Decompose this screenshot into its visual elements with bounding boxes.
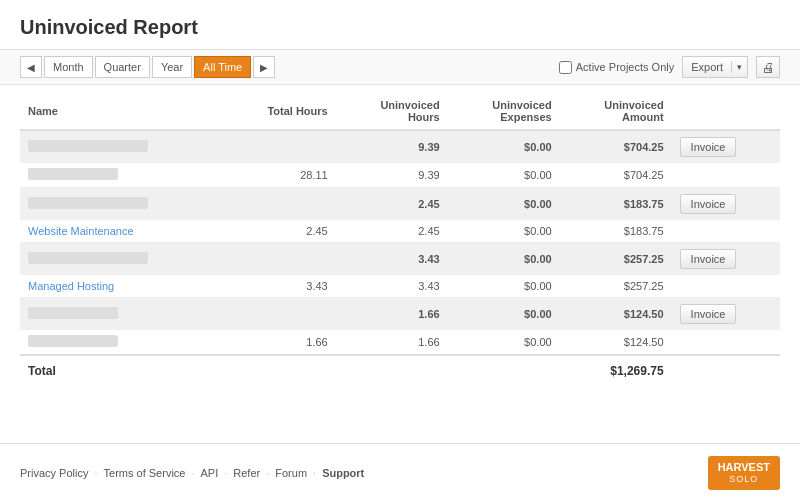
- report-table-section: Name Total Hours UninvoicedHours Uninvoi…: [0, 85, 800, 443]
- group-name: [20, 243, 222, 276]
- footer-refer-link[interactable]: Refer: [233, 467, 260, 479]
- uninvoiced-table: Name Total Hours UninvoicedHours Uninvoi…: [20, 93, 780, 386]
- detail-uninvoiced-amount: $124.50: [560, 330, 672, 355]
- detail-uninvoiced-hours: 3.43: [336, 275, 448, 298]
- table-row: 2.45 $0.00 $183.75 Invoice: [20, 188, 780, 221]
- page-title: Uninvoiced Report: [20, 16, 780, 39]
- table-header-row: Name Total Hours UninvoicedHours Uninvoi…: [20, 93, 780, 130]
- total-total-hours: [222, 355, 335, 386]
- total-row: Total $1,269.75: [20, 355, 780, 386]
- alltime-button[interactable]: All Time: [194, 56, 251, 78]
- detail-action: [672, 275, 780, 298]
- table-row: 1.66 1.66 $0.00 $124.50: [20, 330, 780, 355]
- table-row: 9.39 $0.00 $704.25 Invoice: [20, 130, 780, 163]
- footer-api-link[interactable]: API: [201, 467, 219, 479]
- group-uninvoiced-expenses: $0.00: [448, 188, 560, 221]
- col-uninvoiced-hours: UninvoicedHours: [336, 93, 448, 130]
- group-name: [20, 188, 222, 221]
- table-row: 3.43 $0.00 $257.25 Invoice: [20, 243, 780, 276]
- detail-uninvoiced-hours: 2.45: [336, 220, 448, 243]
- footer-forum-link[interactable]: Forum: [275, 467, 307, 479]
- toolbar-right: Active Projects Only Export ▾ 🖨: [559, 56, 780, 78]
- group-uninvoiced-hours: 3.43: [336, 243, 448, 276]
- col-name: Name: [20, 93, 222, 130]
- export-arrow: ▾: [732, 62, 747, 72]
- active-projects-checkbox[interactable]: [559, 61, 572, 74]
- detail-total-hours: 3.43: [222, 275, 335, 298]
- group-uninvoiced-hours: 2.45: [336, 188, 448, 221]
- detail-uninvoiced-hours: 9.39: [336, 163, 448, 188]
- detail-name-link[interactable]: Managed Hosting: [28, 280, 114, 292]
- detail-action: [672, 163, 780, 188]
- group-uninvoiced-expenses: $0.00: [448, 243, 560, 276]
- detail-action: [672, 220, 780, 243]
- detail-total-hours: 28.11: [222, 163, 335, 188]
- detail-name[interactable]: Managed Hosting: [20, 275, 222, 298]
- group-action: Invoice: [672, 298, 780, 331]
- table-row: Website Maintenance 2.45 2.45 $0.00 $183…: [20, 220, 780, 243]
- harvest-sub: SOLO: [718, 474, 770, 486]
- group-uninvoiced-amount: $183.75: [560, 188, 672, 221]
- group-total-hours: [222, 130, 335, 163]
- col-action: [672, 93, 780, 130]
- time-navigation: ◀ Month Quarter Year All Time ▶: [20, 56, 275, 78]
- invoice-button[interactable]: Invoice: [680, 304, 737, 324]
- col-uninvoiced-amount: UninvoicedAmount: [560, 93, 672, 130]
- detail-name-link[interactable]: Website Maintenance: [28, 225, 134, 237]
- detail-total-hours: 2.45: [222, 220, 335, 243]
- detail-total-hours: 1.66: [222, 330, 335, 355]
- detail-uninvoiced-hours: 1.66: [336, 330, 448, 355]
- invoice-button[interactable]: Invoice: [680, 249, 737, 269]
- total-action: [672, 355, 780, 386]
- year-button[interactable]: Year: [152, 56, 192, 78]
- detail-uninvoiced-amount: $257.25: [560, 275, 672, 298]
- total-uninvoiced-amount: $1,269.75: [560, 355, 672, 386]
- table-row: 1.66 $0.00 $124.50 Invoice: [20, 298, 780, 331]
- detail-uninvoiced-amount: $704.25: [560, 163, 672, 188]
- group-action: Invoice: [672, 188, 780, 221]
- group-uninvoiced-expenses: $0.00: [448, 298, 560, 331]
- group-total-hours: [222, 243, 335, 276]
- export-button[interactable]: Export ▾: [682, 56, 748, 78]
- detail-uninvoiced-expenses: $0.00: [448, 220, 560, 243]
- detail-uninvoiced-expenses: $0.00: [448, 330, 560, 355]
- group-uninvoiced-hours: 9.39: [336, 130, 448, 163]
- group-uninvoiced-amount: $124.50: [560, 298, 672, 331]
- table-row: Managed Hosting 3.43 3.43 $0.00 $257.25: [20, 275, 780, 298]
- group-total-hours: [222, 188, 335, 221]
- table-row: 28.11 9.39 $0.00 $704.25: [20, 163, 780, 188]
- detail-name[interactable]: Website Maintenance: [20, 220, 222, 243]
- quarter-button[interactable]: Quarter: [95, 56, 150, 78]
- detail-uninvoiced-expenses: $0.00: [448, 275, 560, 298]
- col-uninvoiced-expenses: UninvoicedExpenses: [448, 93, 560, 130]
- group-name: [20, 298, 222, 331]
- group-uninvoiced-amount: $704.25: [560, 130, 672, 163]
- total-uninvoiced-expenses: [448, 355, 560, 386]
- group-action: Invoice: [672, 130, 780, 163]
- footer-support-link[interactable]: Support: [322, 467, 364, 479]
- group-action: Invoice: [672, 243, 780, 276]
- group-name: [20, 130, 222, 163]
- invoice-button[interactable]: Invoice: [680, 194, 737, 214]
- page-footer: Privacy Policy · Terms of Service · API …: [0, 443, 800, 502]
- toolbar: ◀ Month Quarter Year All Time ▶ Active P…: [0, 49, 800, 85]
- detail-uninvoiced-expenses: $0.00: [448, 163, 560, 188]
- invoice-button[interactable]: Invoice: [680, 137, 737, 157]
- total-label: Total: [20, 355, 222, 386]
- footer-privacy-link[interactable]: Privacy Policy: [20, 467, 88, 479]
- month-button[interactable]: Month: [44, 56, 93, 78]
- active-projects-filter[interactable]: Active Projects Only: [559, 61, 674, 74]
- group-uninvoiced-expenses: $0.00: [448, 130, 560, 163]
- prev-period-button[interactable]: ◀: [20, 56, 42, 78]
- export-label: Export: [683, 61, 732, 73]
- print-button[interactable]: 🖨: [756, 56, 780, 78]
- detail-name: [20, 163, 222, 188]
- page-header: Uninvoiced Report: [0, 0, 800, 49]
- detail-name: [20, 330, 222, 355]
- harvest-logo: HARVEST SOLO: [708, 456, 780, 490]
- next-period-button[interactable]: ▶: [253, 56, 275, 78]
- detail-action: [672, 330, 780, 355]
- group-uninvoiced-amount: $257.25: [560, 243, 672, 276]
- col-total-hours: Total Hours: [222, 93, 335, 130]
- footer-terms-link[interactable]: Terms of Service: [104, 467, 186, 479]
